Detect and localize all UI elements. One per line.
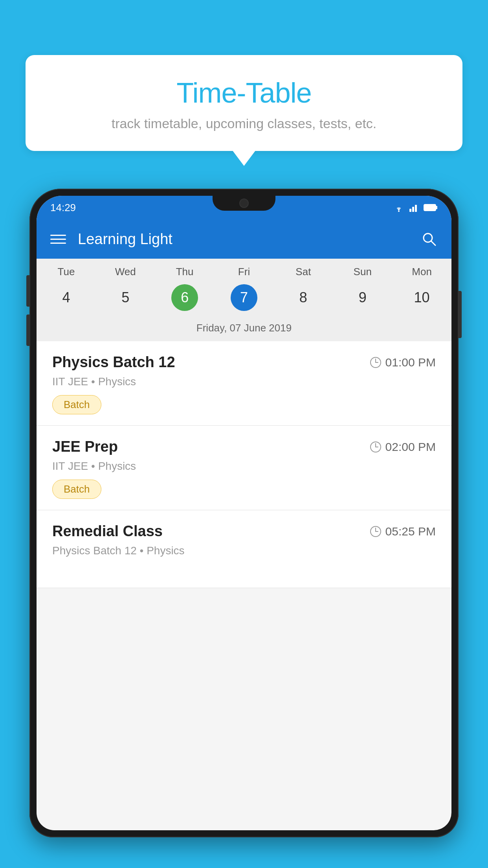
day-8[interactable]: 8 xyxy=(273,284,333,311)
day-10[interactable]: 10 xyxy=(392,284,451,311)
day-header-sat: Sat xyxy=(273,266,333,278)
schedule-item-1-title: Physics Batch 12 xyxy=(52,354,175,371)
day-5[interactable]: 5 xyxy=(96,284,155,311)
clock-icon-2 xyxy=(370,441,382,453)
schedule-item-2-meta: IIT JEE • Physics xyxy=(52,460,436,473)
phone-screen: 14:29 xyxy=(37,196,451,830)
signal-icon xyxy=(409,203,419,212)
day-header-fri: Fri xyxy=(215,266,274,278)
battery-icon xyxy=(424,204,438,211)
day-header-thu: Thu xyxy=(155,266,215,278)
schedule-item-2-time-text: 02:00 PM xyxy=(385,440,436,454)
schedule-item-1[interactable]: Physics Batch 12 01:00 PM IIT JEE • Phys… xyxy=(37,341,451,426)
svg-rect-4 xyxy=(424,204,436,211)
schedule-item-1-meta: IIT JEE • Physics xyxy=(52,375,436,388)
bubble-subtitle: track timetable, upcoming classes, tests… xyxy=(49,116,439,131)
schedule-item-3-header: Remedial Class 05:25 PM xyxy=(52,523,436,540)
schedule-item-3-time-text: 05:25 PM xyxy=(385,525,436,538)
speech-bubble: Time-Table track timetable, upcoming cla… xyxy=(26,55,462,151)
schedule-item-1-time-text: 01:00 PM xyxy=(385,356,436,369)
day-numbers: 4 5 6 7 8 9 10 xyxy=(37,281,451,318)
wifi-icon xyxy=(393,203,405,212)
selected-date-label: Friday, 07 June 2019 xyxy=(37,318,451,341)
schedule-item-2[interactable]: JEE Prep 02:00 PM IIT JEE • Physics Batc… xyxy=(37,426,451,510)
search-button[interactable] xyxy=(420,230,438,248)
app-bar: Learning Light xyxy=(37,219,451,259)
schedule-item-2-header: JEE Prep 02:00 PM xyxy=(52,438,436,455)
schedule-item-1-header: Physics Batch 12 01:00 PM xyxy=(52,354,436,371)
day-header-wed: Wed xyxy=(96,266,155,278)
day-header-tue: Tue xyxy=(37,266,96,278)
schedule-item-2-title: JEE Prep xyxy=(52,438,118,455)
day-header-sun: Sun xyxy=(333,266,392,278)
svg-rect-5 xyxy=(436,206,437,209)
day-9[interactable]: 9 xyxy=(333,284,392,311)
clock-icon-1 xyxy=(370,357,382,368)
power-button[interactable] xyxy=(459,291,462,338)
search-icon xyxy=(422,232,437,246)
schedule-item-2-badge: Batch xyxy=(52,480,101,499)
phone-camera xyxy=(239,199,249,208)
svg-point-0 xyxy=(398,210,400,212)
phone-wrapper: 14:29 xyxy=(29,189,459,868)
calendar-section: Tue Wed Thu Fri Sat Sun Mon 4 5 6 7 xyxy=(37,259,451,341)
svg-rect-1 xyxy=(409,209,411,212)
speech-bubble-container: Time-Table track timetable, upcoming cla… xyxy=(26,55,462,151)
phone-frame: 14:29 xyxy=(29,189,459,837)
schedule-item-2-time: 02:00 PM xyxy=(370,440,436,454)
schedule-list: Physics Batch 12 01:00 PM IIT JEE • Phys… xyxy=(37,341,451,588)
day-headers: Tue Wed Thu Fri Sat Sun Mon xyxy=(37,259,451,281)
svg-rect-3 xyxy=(415,205,417,212)
schedule-item-3-meta: Physics Batch 12 • Physics xyxy=(52,544,436,557)
volume-down-button[interactable] xyxy=(26,314,29,346)
schedule-item-3-time: 05:25 PM xyxy=(370,525,436,538)
menu-line-2 xyxy=(50,239,66,240)
schedule-item-1-time: 01:00 PM xyxy=(370,356,436,369)
day-header-mon: Mon xyxy=(392,266,451,278)
phone-notch xyxy=(213,196,275,211)
bubble-title: Time-Table xyxy=(49,77,439,109)
menu-line-3 xyxy=(50,243,66,244)
svg-line-7 xyxy=(431,241,435,245)
volume-up-button[interactable] xyxy=(26,275,29,307)
menu-line-1 xyxy=(50,235,66,236)
day-6[interactable]: 6 xyxy=(155,284,215,311)
status-time: 14:29 xyxy=(50,202,76,214)
menu-icon[interactable] xyxy=(50,235,66,244)
app-title: Learning Light xyxy=(78,231,420,248)
clock-icon-3 xyxy=(370,526,382,537)
day-7-circle: 7 xyxy=(231,284,257,311)
day-7[interactable]: 7 xyxy=(215,284,274,311)
svg-rect-2 xyxy=(412,207,414,212)
schedule-item-3[interactable]: Remedial Class 05:25 PM Physics Batch 12… xyxy=(37,510,451,588)
schedule-item-3-title: Remedial Class xyxy=(52,523,163,540)
day-4[interactable]: 4 xyxy=(37,284,96,311)
schedule-item-1-badge: Batch xyxy=(52,395,101,414)
status-icons xyxy=(393,203,438,212)
day-6-circle: 6 xyxy=(171,284,198,311)
